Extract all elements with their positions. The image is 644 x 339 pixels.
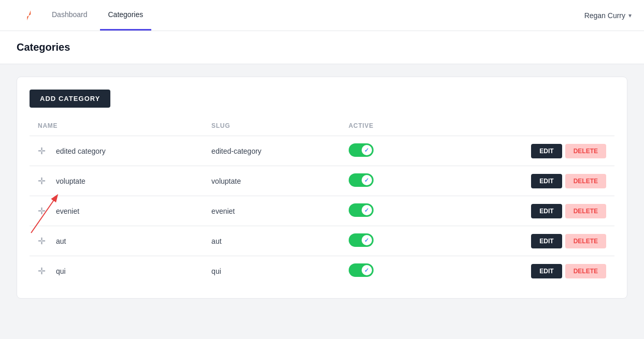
page-title: Categories [17, 41, 627, 53]
check-icon: ✓ [364, 147, 369, 154]
drag-handle-icon[interactable]: ✛ [38, 266, 46, 277]
user-menu[interactable]: Regan Curry ▾ [584, 11, 632, 20]
delete-button[interactable]: DELETE [565, 204, 606, 218]
delete-button[interactable]: DELETE [565, 234, 606, 248]
actions-cell: EDIT DELETE [426, 166, 614, 196]
name-cell: ✛ eveniet [30, 196, 203, 226]
app-logo[interactable] [12, 6, 44, 25]
table-row: ✛ edited category edited-category ✓ EDIT… [30, 136, 614, 166]
edit-button[interactable]: EDIT [531, 264, 562, 278]
drag-handle-icon[interactable]: ✛ [38, 205, 46, 217]
row-slug: qui [211, 267, 221, 275]
nav-categories[interactable]: Categories [100, 0, 152, 31]
toggle-knob: ✓ [362, 205, 372, 215]
table-row: ✛ voluptate voluptate ✓ EDIT DELETE [30, 166, 614, 196]
table-row: ✛ qui qui ✓ EDIT DELETE [30, 256, 614, 286]
row-name: voluptate [56, 177, 85, 185]
row-name: edited category [56, 147, 106, 155]
actions-cell: EDIT DELETE [426, 196, 614, 226]
row-name: qui [56, 267, 66, 275]
table-row: ✛ eveniet eveniet ✓ EDIT DELETE [30, 196, 614, 226]
chevron-down-icon: ▾ [628, 12, 632, 19]
toggle-knob: ✓ [362, 235, 372, 245]
edit-button[interactable]: EDIT [531, 234, 562, 248]
table-body: ✛ edited category edited-category ✓ EDIT… [30, 136, 614, 286]
table-header: NAME SLUG ACTIVE [30, 116, 614, 136]
delete-button[interactable]: DELETE [565, 174, 606, 188]
delete-button[interactable]: DELETE [565, 264, 606, 278]
active-toggle[interactable]: ✓ [349, 203, 374, 217]
name-cell: ✛ qui [30, 256, 203, 286]
row-slug: aut [211, 237, 221, 245]
edit-button[interactable]: EDIT [531, 174, 562, 188]
table-row: ✛ aut aut ✓ EDIT DELETE [30, 226, 614, 256]
row-name: aut [56, 237, 66, 245]
row-slug: voluptate [211, 177, 241, 185]
check-icon: ✓ [364, 177, 369, 184]
drag-handle-icon[interactable]: ✛ [38, 175, 46, 187]
main-content: ADD CATEGORY NAME SLUG ACTIVE ✛ edited c… [0, 64, 644, 311]
toggle-knob: ✓ [362, 265, 372, 275]
col-name: NAME [30, 116, 203, 136]
name-cell: ✛ voluptate [30, 166, 203, 196]
user-name: Regan Curry [584, 11, 625, 20]
active-cell: ✓ [340, 166, 426, 196]
delete-button[interactable]: DELETE [565, 144, 606, 158]
row-slug: eveniet [211, 207, 235, 215]
name-cell: ✛ aut [30, 226, 203, 256]
nav-dashboard[interactable]: Dashboard [44, 0, 96, 31]
actions-cell: EDIT DELETE [426, 226, 614, 256]
slug-cell: edited-category [203, 136, 340, 166]
table-header-row: NAME SLUG ACTIVE [30, 116, 614, 136]
main-nav: Dashboard Categories [44, 0, 151, 31]
active-cell: ✓ [340, 256, 426, 286]
categories-table: NAME SLUG ACTIVE ✛ edited category edite… [30, 116, 614, 286]
card-body: ADD CATEGORY NAME SLUG ACTIVE ✛ edited c… [17, 77, 627, 298]
check-icon: ✓ [364, 207, 369, 214]
add-category-button[interactable]: ADD CATEGORY [30, 90, 110, 108]
slug-cell: aut [203, 226, 340, 256]
active-cell: ✓ [340, 226, 426, 256]
check-icon: ✓ [364, 237, 369, 244]
active-toggle[interactable]: ✓ [349, 233, 374, 247]
check-icon: ✓ [364, 267, 369, 274]
col-active: ACTIVE [340, 116, 426, 136]
edit-button[interactable]: EDIT [531, 144, 562, 158]
categories-card: ADD CATEGORY NAME SLUG ACTIVE ✛ edited c… [17, 77, 627, 299]
active-toggle[interactable]: ✓ [349, 263, 374, 277]
active-toggle[interactable]: ✓ [349, 143, 374, 157]
page-header: Categories [0, 31, 644, 64]
actions-cell: EDIT DELETE [426, 136, 614, 166]
name-cell: ✛ edited category [30, 136, 203, 166]
slug-cell: qui [203, 256, 340, 286]
edit-button[interactable]: EDIT [531, 204, 562, 218]
active-toggle[interactable]: ✓ [349, 173, 374, 187]
actions-cell: EDIT DELETE [426, 256, 614, 286]
row-name: eveniet [56, 207, 79, 215]
drag-handle-icon[interactable]: ✛ [38, 235, 46, 247]
row-slug: edited-category [211, 147, 262, 155]
active-cell: ✓ [340, 136, 426, 166]
slug-cell: voluptate [203, 166, 340, 196]
col-actions [426, 116, 614, 136]
active-cell: ✓ [340, 196, 426, 226]
col-slug: SLUG [203, 116, 340, 136]
toggle-knob: ✓ [362, 175, 372, 185]
navbar: Dashboard Categories Regan Curry ▾ [0, 0, 644, 31]
drag-handle-icon[interactable]: ✛ [38, 145, 46, 157]
slug-cell: eveniet [203, 196, 340, 226]
toggle-knob: ✓ [362, 145, 372, 155]
